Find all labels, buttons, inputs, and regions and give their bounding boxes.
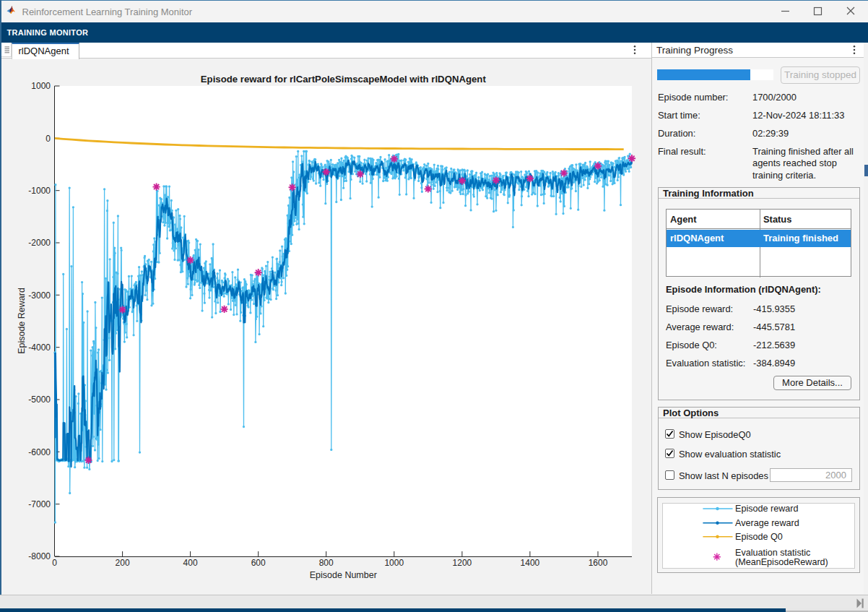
svg-text:-6000: -6000 [28,447,51,457]
svg-text:Episode reward: Episode reward [735,504,799,514]
svg-text:0: 0 [45,134,51,144]
svg-text:600: 600 [251,558,265,568]
svg-text:400: 400 [183,558,197,568]
svg-text:Episode Number: Episode Number [309,570,376,580]
svg-text:Episode reward for rlCartPoleS: Episode reward for rlCartPoleSimscapeMod… [200,74,486,85]
svg-text:-4000: -4000 [28,342,51,353]
svg-text:1000: 1000 [31,81,51,91]
svg-text:-2000: -2000 [28,238,51,248]
svg-text:1600: 1600 [588,558,607,568]
svg-text:-5000: -5000 [28,395,51,405]
svg-text:0: 0 [52,558,57,568]
svg-text:-3000: -3000 [28,290,51,301]
svg-text:1200: 1200 [452,558,472,568]
svg-text:(MeanEpisodeReward): (MeanEpisodeReward) [735,556,828,566]
svg-text:Average reward: Average reward [735,518,799,528]
svg-text:-7000: -7000 [28,499,51,509]
svg-text:-1000: -1000 [28,186,51,196]
svg-text:800: 800 [318,558,333,568]
svg-text:1000: 1000 [384,558,404,568]
svg-text:200: 200 [115,558,129,568]
svg-text:-8000: -8000 [28,551,51,561]
svg-text:Episode Reward: Episode Reward [16,288,26,354]
svg-text:Episode Q0: Episode Q0 [735,532,783,542]
svg-text:1400: 1400 [520,558,539,568]
